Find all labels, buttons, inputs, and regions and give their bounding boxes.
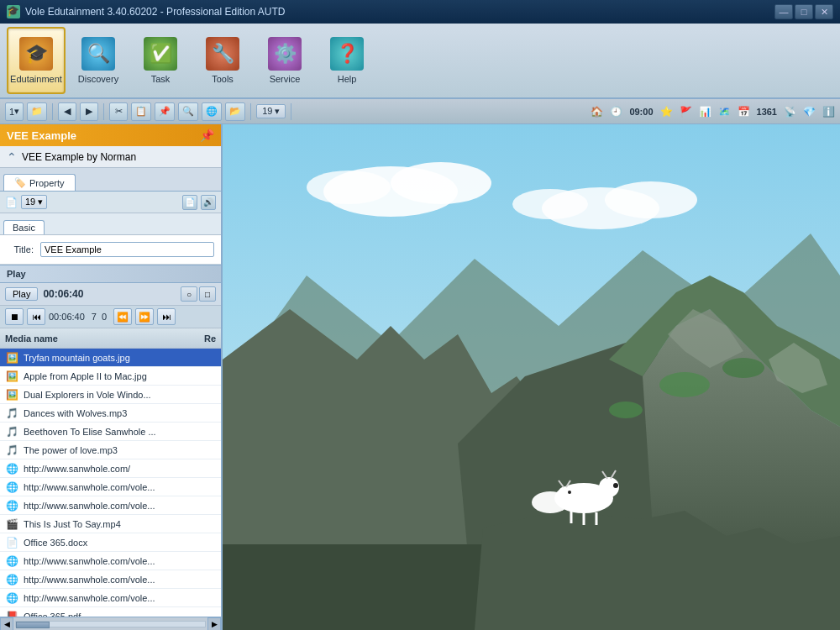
media-item-name: http://www.sanwhole.com/vole... [24, 556, 216, 566]
tb2-forward[interactable]: ▶ [80, 102, 98, 121]
info-icon[interactable]: ℹ️ [822, 106, 835, 118]
tb2-folder2[interactable]: 📂 [225, 102, 245, 121]
close-button[interactable]: ✕ [815, 4, 833, 19]
list-item[interactable]: 🎵 Dances with Wolves.mp3 [0, 404, 221, 423]
toolbar-edutainment[interactable]: 🎓 Edutainment [7, 27, 66, 94]
tb2-paste[interactable]: 📌 [155, 102, 175, 121]
prev-button[interactable]: ⏪ [113, 308, 132, 325]
media-list: Media name Re 🖼️ Tryfan mountain goats.j… [0, 328, 221, 617]
nav-num-btn[interactable]: 1 ▾ [5, 102, 24, 121]
media-type-icon: 🌐 [5, 499, 18, 512]
toolbar-tools[interactable]: 🔧 Tools [193, 27, 252, 94]
media-item-name: http://www.sanwhole.com/vole... [24, 482, 216, 492]
list-item[interactable]: 🌐 http://www.sanwhole.com/vole... [0, 496, 221, 515]
title-bar-left: 🎓 Vole Edutainment 3.40.60202 - Professi… [7, 5, 286, 18]
chart-icon: 📊 [699, 106, 711, 118]
num-icon-2[interactable]: 🔊 [201, 195, 216, 210]
col-name-header: Media name [5, 333, 58, 344]
media-item-name: This Is Just To Say.mp4 [24, 519, 216, 529]
stop-button[interactable]: ⏹ [5, 308, 24, 325]
list-item[interactable]: 🎵 Beethoven To Elise Sanwhole ... [0, 423, 221, 441]
svg-point-28 [558, 486, 573, 501]
ctrl-btn-1[interactable]: ○ [181, 286, 197, 302]
app-title: Vole Edutainment 3.40.60202 - Profession… [25, 6, 286, 18]
list-item[interactable]: 🌐 http://www.sanwhole.com/vole... [0, 570, 221, 589]
list-item[interactable]: 🌐 http://www.sanwhole.com/vole... [0, 478, 221, 496]
list-item[interactable]: 📕 Office 365.pdf [0, 607, 221, 617]
vee-panel-header: VEE Example 📌 [0, 124, 221, 146]
tools-label: Tools [212, 74, 234, 84]
help-label: Help [338, 74, 357, 84]
tb2-folder[interactable]: 📁 [27, 102, 47, 121]
media-type-icon: 🎬 [5, 517, 18, 531]
title-bar: 🎓 Vole Edutainment 3.40.60202 - Professi… [0, 0, 840, 24]
scroll-right-btn[interactable]: ▶ [207, 617, 221, 631]
maximize-button[interactable]: □ [795, 4, 813, 19]
discovery-icon: 🔍 [81, 37, 115, 71]
media-item-name: Tryfan mountain goats.jpg [24, 353, 216, 363]
minimize-button[interactable]: — [774, 4, 793, 19]
secondary-toolbar: 1 ▾ 📁 ◀ ▶ ✂ 📋 📌 🔍 🌐 📂 19 ▾ 🏠 🕘 09:00 ⭐ 🚩… [0, 99, 840, 124]
title-input[interactable] [40, 242, 214, 257]
basic-tab-label: Basic [13, 223, 35, 233]
media-type-icon: 🌐 [5, 462, 18, 475]
num-icon-1[interactable]: 📄 [182, 195, 197, 210]
tb2-back[interactable]: ◀ [58, 102, 76, 121]
vee-subtitle: VEE Example by Norman [22, 151, 136, 163]
media-type-icon: 🌐 [5, 591, 18, 605]
tb2-search[interactable]: 🔍 [178, 102, 198, 121]
transport-time: 00:06:40 [49, 312, 85, 322]
scene-svg [223, 124, 840, 630]
media-type-icon: 🖼️ [5, 351, 18, 365]
scroll-thumb[interactable] [16, 622, 50, 628]
toolbar-discovery[interactable]: 🔍 Discovery [69, 27, 128, 94]
toolbar-help[interactable]: ❓ Help [318, 27, 376, 94]
list-item[interactable]: 🖼️ Dual Explorers in Vole Windo... [0, 386, 221, 404]
list-item[interactable]: 🖼️ Tryfan mountain goats.jpg [0, 349, 221, 367]
play2-button[interactable]: ⏩ [135, 308, 154, 325]
list-item[interactable]: 🎵 The power of love.mp3 [0, 441, 221, 459]
svg-point-5 [605, 181, 697, 218]
tb2-globe[interactable]: 🌐 [202, 102, 222, 121]
num-dropdown[interactable]: 19 ▾ [21, 195, 47, 209]
tb2-copy[interactable]: 📋 [131, 102, 151, 121]
home-icon[interactable]: 🏠 [591, 106, 603, 118]
toolbar-task[interactable]: ✅ Task [131, 27, 190, 94]
tb2-cut[interactable]: ✂ [109, 102, 128, 121]
col-r-header: Re [204, 333, 216, 344]
property-tab[interactable]: 🏷️ Property [3, 174, 76, 191]
svg-point-14 [609, 402, 643, 418]
toolbar-service[interactable]: ⚙️ Service [255, 27, 314, 94]
list-item[interactable]: 🎬 This Is Just To Say.mp4 [0, 515, 221, 533]
service-label: Service [270, 74, 301, 84]
calendar-icon: 📅 [738, 106, 750, 118]
property-tab-icon: 🏷️ [14, 177, 26, 188]
ctrl-btn-2[interactable]: □ [199, 286, 216, 302]
vee-subtitle-row: ⌃ VEE Example by Norman [0, 146, 221, 168]
list-item[interactable]: 🌐 http://www.sanwhole.com/vole... [0, 552, 221, 570]
separator-1 [52, 103, 53, 120]
bottom-scrollbar: ◀ ▶ [0, 617, 221, 630]
separator-2 [103, 103, 104, 120]
list-item[interactable]: 📄 Office 365.docx [0, 533, 221, 552]
media-item-name: http://www.sanwhole.com/vole... [24, 501, 216, 511]
list-item[interactable]: 🌐 http://www.sanwhole.com/vole... [0, 589, 221, 607]
left-panel: VEE Example 📌 ⌃ VEE Example by Norman 🏷️… [0, 124, 223, 630]
expand-icon[interactable]: ⌃ [7, 150, 17, 164]
pin-icon[interactable]: 📌 [200, 129, 214, 142]
play-button[interactable]: Play [5, 287, 38, 301]
rewind-button[interactable]: ⏮ [27, 308, 45, 325]
property-tab-label: Property [29, 178, 65, 188]
help-icon: ❓ [330, 37, 364, 71]
scroll-track[interactable] [15, 621, 206, 627]
list-item[interactable]: 🌐 http://www.sanwhole.com/ [0, 459, 221, 478]
play-header-label: Play [7, 269, 26, 279]
list-item[interactable]: 🖼️ Apple from Apple II to Mac.jpg [0, 367, 221, 386]
media-type-icon: 🎵 [5, 425, 18, 438]
ctrl-buttons: ○ □ [181, 286, 216, 302]
next-button[interactable]: ⏭ [157, 308, 176, 325]
media-type-icon: 🌐 [5, 573, 18, 586]
basic-tab[interactable]: Basic [3, 220, 45, 234]
scroll-left-btn[interactable]: ◀ [0, 617, 13, 631]
media-type-icon: 🖼️ [5, 388, 18, 402]
